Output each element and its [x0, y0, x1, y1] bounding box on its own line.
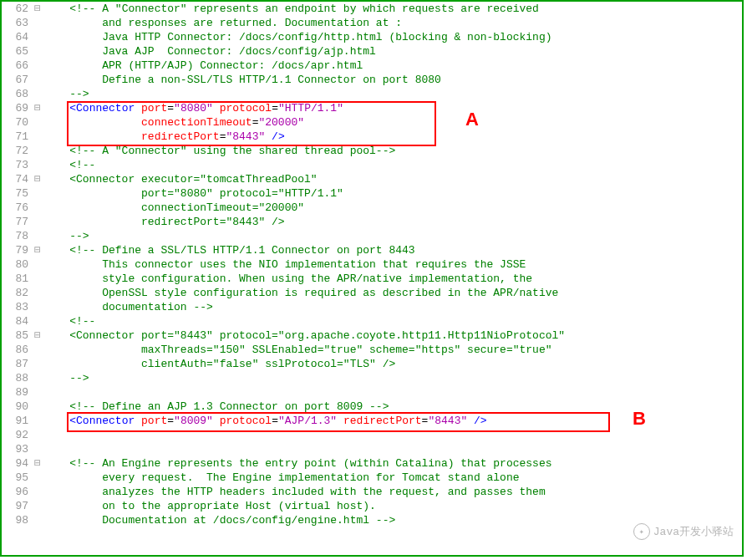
watermark: ✦ Java开发小驿站 [633, 523, 734, 540]
code-text [43, 428, 742, 442]
code-line: 72 <!-- A "Connector" using the shared t… [2, 144, 742, 158]
line-number: 80 [2, 257, 32, 272]
fold-icon [32, 513, 43, 527]
fold-icon [32, 371, 43, 385]
code-line: 65 Java AJP Connector: /docs/config/ajp.… [2, 44, 742, 59]
code-text: <!-- [43, 158, 742, 172]
code-line: 81 style configuration. When using the A… [2, 272, 742, 286]
code-line: 86 maxThreads="150" SSLEnabled="true" sc… [2, 343, 742, 357]
code-line: 71 redirectPort="8443" /> [2, 130, 742, 144]
code-line: 84 <!-- [2, 314, 742, 328]
line-number: 94 [2, 456, 32, 471]
code-text: <Connector executor="tomcatThreadPool" [43, 172, 742, 186]
line-number: 71 [2, 130, 32, 144]
code-text: maxThreads="150" SSLEnabled="true" schem… [43, 343, 742, 357]
code-line: 97 on to the appropriate Host (virtual h… [2, 499, 742, 513]
code-text: <!-- Define a SSL/TLS HTTP/1.1 Connector… [43, 243, 742, 257]
code-line: 96 analyzes the HTTP headers included wi… [2, 485, 742, 499]
code-text: connectionTimeout="20000" [43, 115, 742, 130]
line-number: 66 [2, 59, 32, 73]
fold-icon [32, 428, 43, 442]
code-text: <!-- A "Connector" using the shared thre… [43, 144, 742, 158]
code-text: --> [43, 229, 742, 243]
fold-icon [32, 186, 43, 201]
line-number: 85 [2, 328, 32, 343]
line-number: 70 [2, 115, 32, 130]
line-number: 64 [2, 30, 32, 44]
code-text: documentation --> [43, 300, 742, 314]
code-text: OpenSSL style configuration is required … [43, 286, 742, 300]
line-number: 63 [2, 16, 32, 30]
line-number: 67 [2, 73, 32, 87]
code-line: 82 OpenSSL style configuration is requir… [2, 286, 742, 300]
fold-icon [32, 87, 43, 101]
line-number: 95 [2, 471, 32, 485]
code-text: port="8080" protocol="HTTP/1.1" [43, 186, 742, 201]
code-text: <!-- [43, 314, 742, 328]
line-number: 87 [2, 357, 32, 371]
code-line: 67 Define a non-SSL/TLS HTTP/1.1 Connect… [2, 73, 742, 87]
line-number: 62 [2, 2, 32, 16]
fold-icon [32, 158, 43, 172]
fold-icon [32, 215, 43, 229]
code-line: 92 [2, 428, 742, 442]
code-text: <!-- An Engine represents the entry poin… [43, 456, 742, 471]
fold-icon [32, 16, 43, 30]
line-number: 91 [2, 414, 32, 428]
fold-icon[interactable]: ⊟ [32, 101, 43, 115]
fold-icon [32, 144, 43, 158]
code-line: 87 clientAuth="false" sslProtocol="TLS" … [2, 357, 742, 371]
fold-icon [32, 343, 43, 357]
code-text: --> [43, 87, 742, 101]
code-text: style configuration. When using the APR/… [43, 272, 742, 286]
line-number: 98 [2, 513, 32, 527]
code-line: 90 <!-- Define an AJP 1.3 Connector on p… [2, 400, 742, 414]
code-text: every request. The Engine implementation… [43, 471, 742, 485]
fold-icon[interactable]: ⊟ [32, 2, 43, 16]
fold-icon [32, 499, 43, 513]
line-number: 81 [2, 272, 32, 286]
code-line: 69⊟ <Connector port="8080" protocol="HTT… [2, 101, 742, 115]
code-text: This connector uses the NIO implementati… [43, 257, 742, 272]
fold-icon [32, 400, 43, 414]
line-number: 88 [2, 371, 32, 385]
fold-icon[interactable]: ⊟ [32, 328, 43, 343]
fold-icon[interactable]: ⊟ [32, 456, 43, 471]
code-text: <!-- A "Connector" represents an endpoin… [43, 2, 742, 16]
code-text: redirectPort="8443" /> [43, 215, 742, 229]
editor-viewport: 62⊟ <!-- A "Connector" represents an end… [0, 0, 744, 557]
code-text: and responses are returned. Documentatio… [43, 16, 742, 30]
wechat-icon: ✦ [633, 523, 650, 540]
code-line: 75 port="8080" protocol="HTTP/1.1" [2, 186, 742, 201]
line-number: 86 [2, 343, 32, 357]
line-number: 65 [2, 44, 32, 59]
line-number: 68 [2, 87, 32, 101]
code-line: 70 connectionTimeout="20000" [2, 115, 742, 130]
code-text [43, 385, 742, 400]
annotation-label-b: B [633, 408, 646, 430]
fold-icon [32, 229, 43, 243]
code-text: clientAuth="false" sslProtocol="TLS" /> [43, 357, 742, 371]
line-number: 75 [2, 186, 32, 201]
line-number: 83 [2, 300, 32, 314]
code-line: 79⊟ <!-- Define a SSL/TLS HTTP/1.1 Conne… [2, 243, 742, 257]
code-line: 88 --> [2, 371, 742, 385]
fold-icon[interactable]: ⊟ [32, 172, 43, 186]
code-text: --> [43, 371, 742, 385]
fold-icon [32, 272, 43, 286]
fold-icon [32, 385, 43, 400]
fold-icon[interactable]: ⊟ [32, 243, 43, 257]
fold-icon [32, 59, 43, 73]
code-text: APR (HTTP/AJP) Connector: /docs/apr.html [43, 59, 742, 73]
code-text: connectionTimeout="20000" [43, 201, 742, 215]
code-line: 64 Java HTTP Connector: /docs/config/htt… [2, 30, 742, 44]
code-line: 63 and responses are returned. Documenta… [2, 16, 742, 30]
code-text: analyzes the HTTP headers included with … [43, 485, 742, 499]
code-line: 76 connectionTimeout="20000" [2, 201, 742, 215]
line-number: 79 [2, 243, 32, 257]
fold-icon [32, 201, 43, 215]
fold-icon [32, 115, 43, 130]
line-number: 77 [2, 215, 32, 229]
code-text: redirectPort="8443" /> [43, 130, 742, 144]
fold-icon [32, 442, 43, 456]
